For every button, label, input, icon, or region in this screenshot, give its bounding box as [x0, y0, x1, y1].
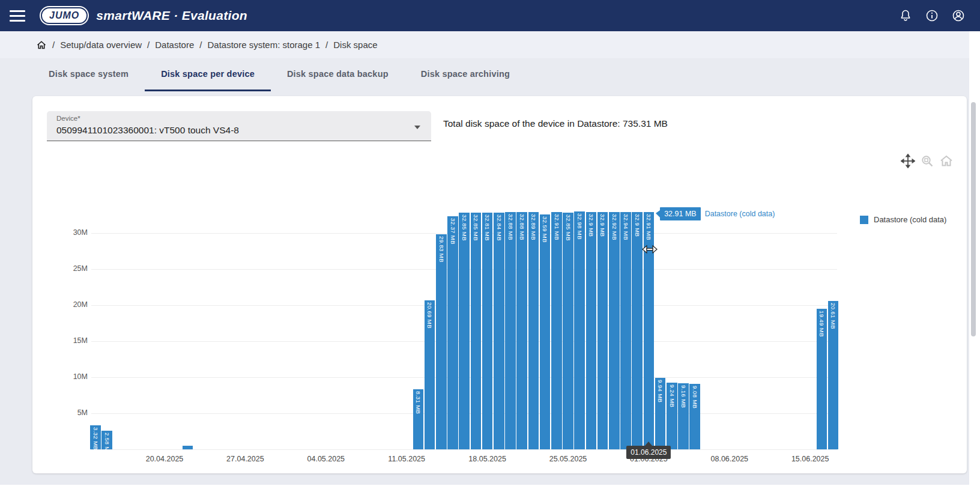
bar-value-label: 2.58 MB: [104, 433, 110, 455]
bar[interactable]: 29.83 MB: [436, 234, 447, 449]
bar[interactable]: 32.88 MB: [516, 212, 527, 449]
top-app-bar: JUMO smartWARE · Evaluation: [0, 0, 980, 31]
tab-disk-space-archiving[interactable]: Disk space archiving: [405, 58, 526, 91]
hover-tooltip: 32.91 MBDatastore (cold data): [656, 207, 775, 220]
bar-value-label: 32.9 MB: [634, 214, 640, 237]
home-icon[interactable]: [36, 40, 47, 50]
bar-value-label: 20.69 MB: [427, 302, 433, 329]
breadcrumb-item-disk-space[interactable]: Disk space: [333, 40, 377, 50]
scrollbar-thumb[interactable]: [971, 102, 976, 336]
bar[interactable]: 9.24 MB: [667, 383, 677, 449]
bar[interactable]: 20.61 MB: [828, 301, 839, 449]
bar[interactable]: [183, 446, 193, 449]
info-icon[interactable]: [925, 8, 939, 23]
bar-value-label: 32.88 MB: [507, 214, 513, 240]
bar[interactable]: 32.9 MB: [632, 212, 643, 449]
bar[interactable]: 9.16 MB: [678, 383, 689, 449]
gridline: [91, 449, 837, 450]
bar[interactable]: 32.89 MB: [528, 212, 539, 449]
content-card: Device* 0509941101023360001: vT500 touch…: [32, 96, 967, 473]
bar-value-label: 32.89 MB: [531, 214, 537, 240]
bar-value-label: 9.94 MB: [658, 380, 664, 402]
bar[interactable]: 9.94 MB: [655, 378, 666, 449]
bottom-strip: [0, 485, 980, 492]
bar-value-label: 32.88 MB: [519, 214, 525, 240]
bar[interactable]: 9.08 MB: [689, 384, 700, 449]
bar-value-label: 32.85 MB: [565, 214, 571, 241]
bar[interactable]: 32.59 MB: [540, 214, 551, 449]
bar[interactable]: 20.69 MB: [425, 300, 435, 449]
x-axis-tick-label: 11.05.2025: [371, 455, 443, 463]
bar[interactable]: 32.81 MB: [482, 213, 493, 449]
bar[interactable]: 32.9 MB: [597, 212, 608, 449]
bar-chart-plot-area: 5M10M15M20M25M30M20.04.202527.04.202504.…: [32, 96, 967, 473]
tab-disk-space-per-device[interactable]: Disk space per device: [145, 58, 271, 91]
x-axis-tick-label: 25.05.2025: [532, 455, 604, 463]
breadcrumb-item-setup-data-overview[interactable]: Setup/data overview: [60, 40, 142, 50]
breadcrumb-item-datastore[interactable]: Datastore: [155, 40, 194, 50]
x-axis-tick-label: 08.06.2025: [694, 455, 766, 463]
bar[interactable]: 32.85 MB: [563, 213, 573, 449]
bar[interactable]: 32.92 MB: [609, 212, 620, 449]
bar[interactable]: 32.85 MB: [471, 213, 482, 449]
bar-value-label: 9.08 MB: [692, 386, 698, 408]
bar-value-label: 32.94 MB: [623, 214, 629, 240]
bar[interactable]: 32.91 MB: [551, 212, 562, 449]
tab-bar: Disk space system Disk space per device …: [0, 58, 980, 91]
date-tooltip-caret-icon: [645, 442, 652, 446]
breadcrumb-separator: /: [199, 40, 202, 50]
x-axis-tick-label: 18.05.2025: [452, 455, 524, 463]
y-axis-tick-label: 10M: [32, 372, 88, 381]
legend-swatch: [860, 216, 868, 224]
bar[interactable]: 32.98 MB: [574, 211, 585, 449]
y-axis-tick-label: 30M: [32, 228, 88, 237]
bar-value-label: 20.61 MB: [830, 303, 836, 329]
bell-icon[interactable]: [898, 8, 913, 23]
bar[interactable]: 8.31 MB: [413, 389, 424, 449]
bar-value-label: 32.37 MB: [450, 218, 456, 244]
hover-tooltip-value: 32.91 MB: [660, 207, 701, 220]
bar[interactable]: 32.37 MB: [447, 216, 458, 449]
bar-value-label: 9.16 MB: [680, 385, 686, 408]
bar[interactable]: 32.88 MB: [505, 212, 516, 449]
y-axis-tick-label: 20M: [32, 300, 88, 309]
breadcrumb-separator: /: [147, 40, 150, 50]
vertical-scrollbar[interactable]: [969, 31, 980, 492]
bar-value-label: 32.81 MB: [485, 214, 491, 241]
bar[interactable]: 3.32 MB: [90, 425, 101, 449]
legend-item-datastore-cold-data[interactable]: Datastore (cold data): [860, 215, 946, 224]
bar-value-label: 32.9 MB: [588, 214, 594, 237]
bar-value-label: 32.84 MB: [496, 214, 502, 241]
x-axis-tick-label: 15.06.2025: [774, 455, 846, 463]
bar[interactable]: 19.49 MB: [817, 309, 827, 449]
menu-icon[interactable]: [10, 10, 25, 22]
bar-value-label: 32.85 MB: [473, 214, 479, 241]
date-tooltip: 01.06.2025: [626, 446, 671, 459]
bar-value-label: 19.49 MB: [819, 311, 825, 337]
bar[interactable]: 32.85 MB: [459, 213, 470, 449]
breadcrumb-separator: /: [52, 40, 55, 50]
account-icon[interactable]: [951, 8, 966, 23]
bar-value-label: 32.85 MB: [461, 214, 467, 241]
bar-value-label: 32.91 MB: [554, 214, 560, 240]
bar-value-label: 29.83 MB: [438, 236, 444, 263]
bar[interactable]: 32.94 MB: [620, 212, 631, 449]
bar-value-label: 32.92 MB: [611, 214, 617, 240]
bar-value-label: 32.98 MB: [576, 213, 582, 240]
breadcrumb-item-datastore-system[interactable]: Datastore system: storage 1: [207, 40, 320, 50]
bar[interactable]: 2.58 MB: [101, 431, 112, 449]
ew-resize-cursor-icon: [642, 244, 658, 257]
legend-label: Datastore (cold data): [874, 215, 946, 224]
app-title: smartWARE · Evaluation: [96, 8, 247, 23]
bar[interactable]: 32.84 MB: [494, 213, 504, 449]
y-axis-tick-label: 25M: [32, 264, 88, 273]
x-axis-tick-label: 27.04.2025: [209, 455, 281, 463]
y-axis-tick-label: 15M: [32, 336, 88, 345]
bar[interactable]: 32.9 MB: [586, 212, 597, 449]
tab-disk-space-system[interactable]: Disk space system: [32, 58, 145, 91]
x-axis-tick-label: 04.05.2025: [290, 455, 362, 463]
jumo-logo: JUMO: [41, 7, 88, 24]
bar-value-label: 8.31 MB: [416, 391, 422, 414]
hover-tooltip-series: Datastore (cold data): [705, 210, 775, 218]
tab-disk-space-data-backup[interactable]: Disk space data backup: [271, 58, 405, 91]
